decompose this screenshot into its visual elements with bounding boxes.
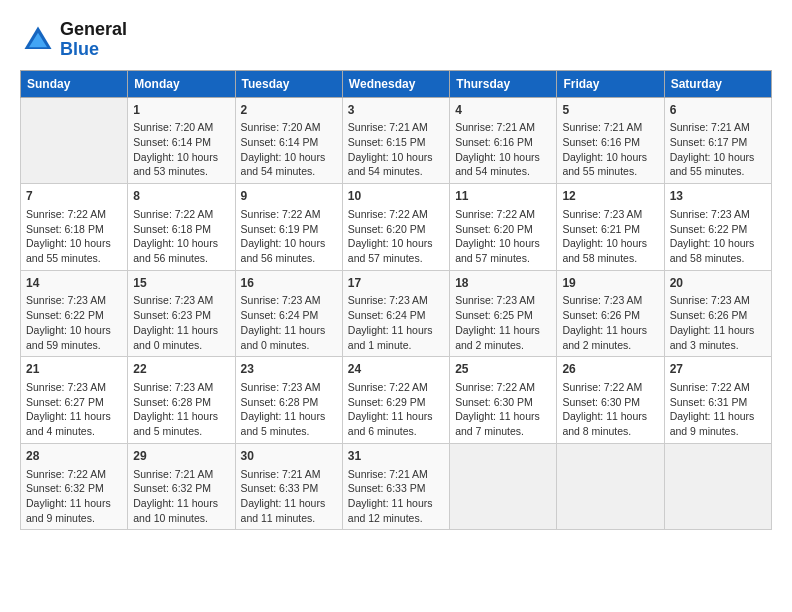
day-number: 13 xyxy=(670,188,766,205)
day-number: 9 xyxy=(241,188,337,205)
col-friday: Friday xyxy=(557,70,664,97)
calendar-cell: 3Sunrise: 7:21 AM Sunset: 6:15 PM Daylig… xyxy=(342,97,449,184)
logo-text: General Blue xyxy=(60,20,127,60)
day-number: 20 xyxy=(670,275,766,292)
day-number: 5 xyxy=(562,102,658,119)
logo-icon xyxy=(20,22,56,58)
calendar-cell: 27Sunrise: 7:22 AM Sunset: 6:31 PM Dayli… xyxy=(664,357,771,444)
calendar-cell: 1Sunrise: 7:20 AM Sunset: 6:14 PM Daylig… xyxy=(128,97,235,184)
day-info: Sunrise: 7:23 AM Sunset: 6:24 PM Dayligh… xyxy=(241,293,337,352)
day-info: Sunrise: 7:22 AM Sunset: 6:19 PM Dayligh… xyxy=(241,207,337,266)
calendar-table: Sunday Monday Tuesday Wednesday Thursday… xyxy=(20,70,772,531)
calendar-cell: 16Sunrise: 7:23 AM Sunset: 6:24 PM Dayli… xyxy=(235,270,342,357)
calendar-cell: 25Sunrise: 7:22 AM Sunset: 6:30 PM Dayli… xyxy=(450,357,557,444)
day-number: 14 xyxy=(26,275,122,292)
calendar-row: 14Sunrise: 7:23 AM Sunset: 6:22 PM Dayli… xyxy=(21,270,772,357)
calendar-cell xyxy=(21,97,128,184)
day-number: 10 xyxy=(348,188,444,205)
logo: General Blue xyxy=(20,20,127,60)
day-number: 29 xyxy=(133,448,229,465)
calendar-cell: 5Sunrise: 7:21 AM Sunset: 6:16 PM Daylig… xyxy=(557,97,664,184)
calendar-cell: 26Sunrise: 7:22 AM Sunset: 6:30 PM Dayli… xyxy=(557,357,664,444)
day-number: 12 xyxy=(562,188,658,205)
day-number: 8 xyxy=(133,188,229,205)
day-info: Sunrise: 7:22 AM Sunset: 6:20 PM Dayligh… xyxy=(348,207,444,266)
day-info: Sunrise: 7:22 AM Sunset: 6:18 PM Dayligh… xyxy=(133,207,229,266)
calendar-cell: 6Sunrise: 7:21 AM Sunset: 6:17 PM Daylig… xyxy=(664,97,771,184)
day-info: Sunrise: 7:22 AM Sunset: 6:18 PM Dayligh… xyxy=(26,207,122,266)
day-info: Sunrise: 7:23 AM Sunset: 6:21 PM Dayligh… xyxy=(562,207,658,266)
day-number: 15 xyxy=(133,275,229,292)
calendar-cell: 24Sunrise: 7:22 AM Sunset: 6:29 PM Dayli… xyxy=(342,357,449,444)
day-number: 11 xyxy=(455,188,551,205)
day-info: Sunrise: 7:23 AM Sunset: 6:26 PM Dayligh… xyxy=(670,293,766,352)
day-info: Sunrise: 7:22 AM Sunset: 6:32 PM Dayligh… xyxy=(26,467,122,526)
calendar-cell xyxy=(664,443,771,530)
day-number: 6 xyxy=(670,102,766,119)
calendar-cell xyxy=(450,443,557,530)
calendar-cell: 22Sunrise: 7:23 AM Sunset: 6:28 PM Dayli… xyxy=(128,357,235,444)
day-number: 3 xyxy=(348,102,444,119)
calendar-cell: 19Sunrise: 7:23 AM Sunset: 6:26 PM Dayli… xyxy=(557,270,664,357)
day-number: 16 xyxy=(241,275,337,292)
day-number: 30 xyxy=(241,448,337,465)
day-info: Sunrise: 7:21 AM Sunset: 6:32 PM Dayligh… xyxy=(133,467,229,526)
day-number: 4 xyxy=(455,102,551,119)
calendar-cell: 8Sunrise: 7:22 AM Sunset: 6:18 PM Daylig… xyxy=(128,184,235,271)
page-header: General Blue xyxy=(20,20,772,60)
day-info: Sunrise: 7:21 AM Sunset: 6:33 PM Dayligh… xyxy=(241,467,337,526)
col-wednesday: Wednesday xyxy=(342,70,449,97)
day-info: Sunrise: 7:22 AM Sunset: 6:31 PM Dayligh… xyxy=(670,380,766,439)
day-number: 17 xyxy=(348,275,444,292)
calendar-cell: 14Sunrise: 7:23 AM Sunset: 6:22 PM Dayli… xyxy=(21,270,128,357)
day-info: Sunrise: 7:21 AM Sunset: 6:33 PM Dayligh… xyxy=(348,467,444,526)
day-number: 23 xyxy=(241,361,337,378)
day-info: Sunrise: 7:23 AM Sunset: 6:23 PM Dayligh… xyxy=(133,293,229,352)
col-thursday: Thursday xyxy=(450,70,557,97)
day-number: 24 xyxy=(348,361,444,378)
day-info: Sunrise: 7:23 AM Sunset: 6:22 PM Dayligh… xyxy=(26,293,122,352)
day-number: 1 xyxy=(133,102,229,119)
calendar-cell: 10Sunrise: 7:22 AM Sunset: 6:20 PM Dayli… xyxy=(342,184,449,271)
calendar-cell xyxy=(557,443,664,530)
day-info: Sunrise: 7:22 AM Sunset: 6:30 PM Dayligh… xyxy=(455,380,551,439)
day-info: Sunrise: 7:23 AM Sunset: 6:28 PM Dayligh… xyxy=(241,380,337,439)
calendar-cell: 4Sunrise: 7:21 AM Sunset: 6:16 PM Daylig… xyxy=(450,97,557,184)
day-number: 22 xyxy=(133,361,229,378)
calendar-row: 7Sunrise: 7:22 AM Sunset: 6:18 PM Daylig… xyxy=(21,184,772,271)
col-tuesday: Tuesday xyxy=(235,70,342,97)
day-number: 2 xyxy=(241,102,337,119)
day-info: Sunrise: 7:23 AM Sunset: 6:28 PM Dayligh… xyxy=(133,380,229,439)
day-info: Sunrise: 7:23 AM Sunset: 6:27 PM Dayligh… xyxy=(26,380,122,439)
day-info: Sunrise: 7:22 AM Sunset: 6:30 PM Dayligh… xyxy=(562,380,658,439)
day-info: Sunrise: 7:20 AM Sunset: 6:14 PM Dayligh… xyxy=(241,120,337,179)
day-info: Sunrise: 7:20 AM Sunset: 6:14 PM Dayligh… xyxy=(133,120,229,179)
day-number: 7 xyxy=(26,188,122,205)
day-info: Sunrise: 7:21 AM Sunset: 6:17 PM Dayligh… xyxy=(670,120,766,179)
day-info: Sunrise: 7:23 AM Sunset: 6:22 PM Dayligh… xyxy=(670,207,766,266)
day-number: 18 xyxy=(455,275,551,292)
col-monday: Monday xyxy=(128,70,235,97)
calendar-cell: 11Sunrise: 7:22 AM Sunset: 6:20 PM Dayli… xyxy=(450,184,557,271)
day-info: Sunrise: 7:23 AM Sunset: 6:24 PM Dayligh… xyxy=(348,293,444,352)
calendar-cell: 15Sunrise: 7:23 AM Sunset: 6:23 PM Dayli… xyxy=(128,270,235,357)
calendar-cell: 7Sunrise: 7:22 AM Sunset: 6:18 PM Daylig… xyxy=(21,184,128,271)
day-number: 26 xyxy=(562,361,658,378)
calendar-cell: 28Sunrise: 7:22 AM Sunset: 6:32 PM Dayli… xyxy=(21,443,128,530)
calendar-cell: 20Sunrise: 7:23 AM Sunset: 6:26 PM Dayli… xyxy=(664,270,771,357)
calendar-row: 1Sunrise: 7:20 AM Sunset: 6:14 PM Daylig… xyxy=(21,97,772,184)
calendar-cell: 18Sunrise: 7:23 AM Sunset: 6:25 PM Dayli… xyxy=(450,270,557,357)
day-info: Sunrise: 7:22 AM Sunset: 6:29 PM Dayligh… xyxy=(348,380,444,439)
header-row: Sunday Monday Tuesday Wednesday Thursday… xyxy=(21,70,772,97)
day-number: 27 xyxy=(670,361,766,378)
day-info: Sunrise: 7:22 AM Sunset: 6:20 PM Dayligh… xyxy=(455,207,551,266)
day-info: Sunrise: 7:21 AM Sunset: 6:16 PM Dayligh… xyxy=(562,120,658,179)
day-info: Sunrise: 7:23 AM Sunset: 6:26 PM Dayligh… xyxy=(562,293,658,352)
col-saturday: Saturday xyxy=(664,70,771,97)
day-number: 19 xyxy=(562,275,658,292)
calendar-cell: 17Sunrise: 7:23 AM Sunset: 6:24 PM Dayli… xyxy=(342,270,449,357)
calendar-row: 28Sunrise: 7:22 AM Sunset: 6:32 PM Dayli… xyxy=(21,443,772,530)
calendar-cell: 21Sunrise: 7:23 AM Sunset: 6:27 PM Dayli… xyxy=(21,357,128,444)
calendar-cell: 31Sunrise: 7:21 AM Sunset: 6:33 PM Dayli… xyxy=(342,443,449,530)
day-number: 31 xyxy=(348,448,444,465)
